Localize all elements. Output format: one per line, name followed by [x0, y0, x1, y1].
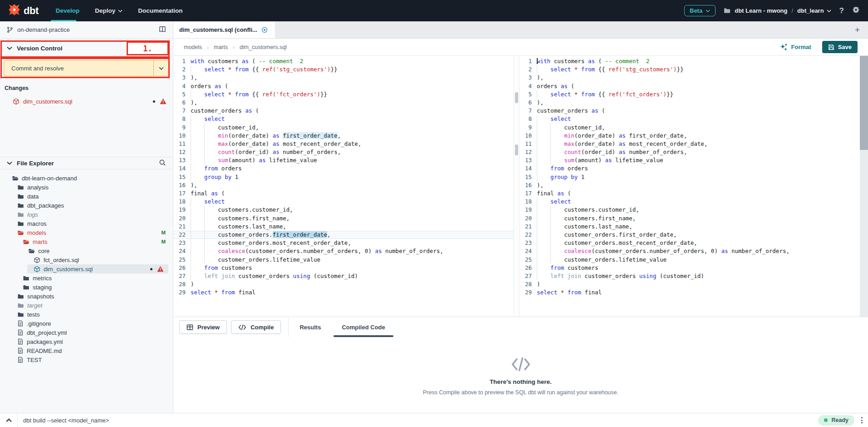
gear-icon[interactable]	[852, 6, 860, 15]
save-button[interactable]: Save	[822, 41, 858, 53]
code-line[interactable]: 26 from customers	[173, 264, 514, 272]
code-line[interactable]: 3),	[520, 74, 860, 82]
code-line[interactable]: 19 customers.customer_id,	[520, 206, 860, 214]
code-line[interactable]: 26 from customers	[520, 264, 860, 272]
tree-item-models[interactable]: modelsM	[0, 228, 173, 237]
code-line[interactable]: 23 customer_orders.most_recent_order_dat…	[520, 239, 860, 247]
vertical-scrollbar[interactable]	[860, 56, 868, 317]
code-line[interactable]: 14 from orders	[520, 164, 860, 173]
account-project-switcher[interactable]: dbt Learn - mwong / dbt_learn	[724, 7, 831, 14]
code-line[interactable]: 28)	[520, 280, 860, 288]
pane-splitter-scrollbar[interactable]	[514, 56, 520, 317]
code-line[interactable]: 16),	[520, 181, 860, 189]
tree-item-dbt-learn-on-demand[interactable]: dbt-learn-on-demand	[0, 174, 173, 183]
tree-item-dbt_packages[interactable]: dbt_packages	[0, 201, 173, 210]
code-line[interactable]: 17final as (	[173, 189, 514, 198]
breadcrumb-item-models[interactable]: models	[184, 44, 202, 50]
code-pane-right[interactable]: 1with customers as ( -- comment 22 selec…	[520, 56, 860, 317]
code-line[interactable]: 6),	[173, 99, 514, 107]
breadcrumb-item-marts[interactable]: marts	[214, 44, 228, 50]
git-branch-selector[interactable]: on-demand-practice	[0, 21, 173, 39]
tree-item-dim_customers.sql[interactable]: dim_customers.sql	[27, 264, 168, 273]
code-line[interactable]: 9 customer_id,	[173, 124, 514, 132]
tree-item-snapshots[interactable]: snapshots	[0, 292, 173, 301]
code-line[interactable]: 3),	[173, 74, 514, 82]
tree-item-tests[interactable]: tests	[0, 310, 173, 319]
code-line[interactable]: 16),	[173, 181, 514, 189]
code-line[interactable]: 28)	[173, 280, 514, 288]
file-explorer-header[interactable]: File Explorer	[0, 157, 173, 169]
code-line[interactable]: 6),	[520, 99, 860, 107]
code-line[interactable]: 2 select * from {{ ref('stg_customers')}…	[173, 65, 514, 74]
code-line[interactable]: 21 customers.last_name,	[173, 223, 514, 231]
nav-deploy[interactable]: Deploy	[95, 7, 123, 14]
code-line[interactable]: 17final as (	[520, 189, 860, 198]
beta-toggle[interactable]: Beta	[684, 5, 716, 16]
code-line[interactable]: 8 select	[520, 115, 860, 123]
tree-item-.gitignore[interactable]: .gitignore	[0, 319, 173, 328]
commit-and-resolve-button[interactable]: Commit and resolve	[4, 60, 169, 76]
docs-book-icon[interactable]	[158, 26, 167, 34]
tree-item-macros[interactable]: macros	[0, 219, 173, 228]
code-line[interactable]: 10 min(order_date) as first_order_date,	[520, 132, 860, 140]
code-line[interactable]: 7customer_orders as (	[520, 107, 860, 115]
nav-documentation[interactable]: Documentation	[138, 7, 182, 14]
tree-item-metrics[interactable]: metrics	[0, 273, 173, 283]
code-line[interactable]: 23 customer_orders.most_recent_order_dat…	[173, 239, 514, 247]
tree-item-marts[interactable]: martsM	[0, 237, 173, 246]
dbt-logo[interactable]: dbt	[8, 4, 39, 18]
code-line[interactable]: 18 select	[520, 198, 860, 206]
code-line[interactable]: 10 min(order_date) as first_order_date,	[173, 132, 514, 140]
code-line[interactable]: 15 group by 1	[173, 173, 514, 181]
scrollbar-mark[interactable]	[515, 92, 518, 103]
tab-dim-customers[interactable]: dim_customers.sql (confli...	[173, 21, 275, 38]
code-line[interactable]: 12 count(order_id) as number_of_orders,	[520, 148, 860, 156]
code-line[interactable]: 27 left join customer_orders using (cust…	[520, 272, 860, 280]
code-line[interactable]: 11 max(order_date) as most_recent_order_…	[520, 140, 860, 148]
compile-button[interactable]: Compile	[231, 320, 281, 334]
code-line[interactable]: 21 customers.last_name,	[520, 223, 860, 231]
code-pane-left[interactable]: 1with customers as ( -- comment 22 selec…	[173, 56, 514, 317]
code-line[interactable]: 11 max(order_date) as most_recent_order_…	[173, 140, 514, 148]
code-line[interactable]: 27 left join customer_orders using (cust…	[173, 272, 514, 280]
breadcrumb-item-dim_customers.sql[interactable]: dim_customers.sql	[240, 44, 287, 50]
code-line[interactable]: 20 customers.first_name,	[520, 214, 860, 223]
code-line[interactable]: 22 customer_orders.first_order_date,	[520, 231, 860, 239]
commit-options-chevron[interactable]	[153, 60, 169, 76]
new-tab-plus-icon[interactable]: +	[855, 25, 860, 34]
code-line[interactable]: 14 from orders	[173, 164, 514, 173]
code-line[interactable]: 22 customer_orders.first_order_date,	[173, 231, 514, 239]
code-line[interactable]: 7customer_orders as (	[173, 107, 514, 115]
scrollbar-mark[interactable]	[515, 144, 518, 155]
code-line[interactable]: 13 sum(amount) as lifetime_value	[520, 156, 860, 164]
tree-item-packages.yml[interactable]: packages.yml	[0, 337, 173, 346]
scrollbar-thumb[interactable]	[860, 56, 868, 150]
code-line[interactable]: 18 select	[173, 198, 514, 206]
code-line[interactable]: 4orders as (	[520, 82, 860, 90]
code-line[interactable]: 15 group by 1	[520, 173, 860, 181]
tree-item-logs[interactable]: logs	[0, 210, 173, 219]
nav-develop[interactable]: Develop	[56, 7, 80, 14]
code-line[interactable]: 9 customer_id,	[520, 124, 860, 132]
tree-item-target[interactable]: target	[0, 301, 173, 310]
code-line[interactable]: 1with customers as ( -- comment 2	[173, 57, 514, 65]
code-line[interactable]: 24 coalesce(customer_orders.number_of_or…	[173, 247, 514, 255]
tab-compiled-code[interactable]: Compiled Code	[341, 317, 386, 337]
tree-item-staging[interactable]: staging	[0, 283, 173, 292]
code-line[interactable]: 5 select * from {{ ref('fct_orders')}}	[173, 90, 514, 99]
code-line[interactable]: 29select * from final	[173, 288, 514, 297]
project-name[interactable]: dbt_learn	[797, 7, 831, 14]
tree-item-analysis[interactable]: analysis	[0, 183, 173, 192]
code-line[interactable]: 4orders as (	[173, 82, 514, 90]
chevron-up-icon[interactable]	[0, 418, 17, 422]
search-icon[interactable]	[159, 159, 166, 168]
code-line[interactable]: 20 customers.first_name,	[173, 214, 514, 223]
tree-item-data[interactable]: data	[0, 192, 173, 201]
code-line[interactable]: 24 coalesce(customer_orders.number_of_or…	[520, 247, 860, 255]
preview-button[interactable]: Preview	[179, 320, 227, 334]
code-line[interactable]: 8 select	[173, 115, 514, 123]
tree-item-core[interactable]: core	[0, 246, 173, 255]
code-line[interactable]: 2 select * from {{ ref('stg_customers')}…	[520, 65, 860, 74]
code-line[interactable]: 12 count(order_id) as number_of_orders,	[173, 148, 514, 156]
command-input[interactable]: dbt build --select <model_name>	[23, 417, 818, 424]
